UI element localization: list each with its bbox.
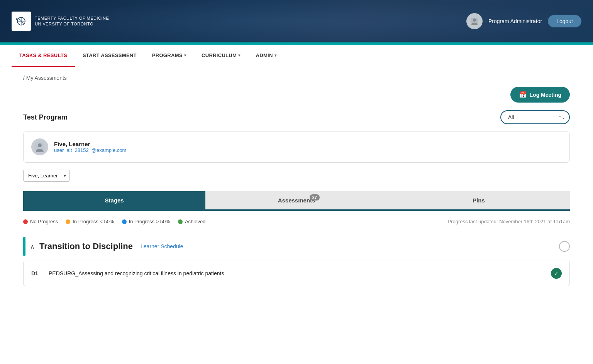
discipline-section: ∧ Transition to Discipline Learner Sched… [23,232,570,286]
admin-chevron: ▾ [274,53,276,57]
legend-achieved: Achieved [178,219,205,224]
svg-point-4 [473,19,476,22]
logout-button[interactable]: Logout [548,15,581,27]
learner-info: Five, Learner user_alt_28152_@example.co… [54,141,126,153]
filter-select-wrap[interactable]: All Active Inactive [500,110,570,124]
nav-item-admin[interactable]: ADMIN ▾ [248,45,284,67]
svg-point-6 [38,143,42,147]
learner-avatar [31,138,48,155]
progress-timestamp: Progress last updated: November 16th 202… [447,219,570,224]
university-name: TEMERTY FACULTY OF MEDICINEUNIVERSITY OF… [35,15,109,27]
in-progress-low-dot [66,219,70,224]
header: 🏛 TEMERTY FACULTY OF MEDICINEUNIVERSITY … [0,0,593,42]
discipline-header: ∧ Transition to Discipline Learner Sched… [23,232,570,261]
legend-in-progress-low: In Progress < 50% [66,219,114,224]
tab-assessments[interactable]: Assessments 27 [205,191,388,209]
discipline-progress-circle [559,241,570,252]
learner-email: user_alt_28152_@example.com [54,147,126,153]
nav-item-tasks[interactable]: TASKS & RESULTS [12,45,75,67]
task-check-icon: ✓ [551,268,562,279]
learner-filter-select[interactable]: Five, Learner [23,170,70,182]
filter-select[interactable]: All Active Inactive [500,110,570,124]
in-progress-high-dot [122,219,127,224]
achieved-dot [178,219,183,224]
discipline-color-bar [23,237,25,256]
breadcrumb-label: My Assessments [26,75,67,81]
user-name: Program Administrator [488,18,542,24]
learner-filter-wrap[interactable]: Five, Learner [23,170,70,182]
breadcrumb: / My Assessments [23,75,570,81]
legend-no-progress: No Progress [23,219,58,224]
tab-pins[interactable]: Pins [388,191,570,209]
program-header: Test Program All Active Inactive [23,110,570,124]
programs-chevron: ▾ [184,53,186,57]
no-progress-dot [23,219,28,224]
calendar-icon: 📅 [519,91,527,98]
learner-card: Five, Learner user_alt_28152_@example.co… [23,131,570,163]
log-meeting-button[interactable]: 📅 Log Meeting [510,87,570,103]
tabs: Stages Assessments 27 Pins [23,191,570,211]
navigation: TASKS & RESULTS START ASSESSMENT PROGRAM… [0,45,593,67]
log-meeting-area: 📅 Log Meeting [23,87,570,103]
curriculum-chevron: ▾ [238,53,240,57]
nav-item-programs[interactable]: PROGRAMS ▾ [144,45,194,67]
program-title: Test Program [23,113,68,121]
tab-stages[interactable]: Stages [23,191,205,209]
table-row: D1 PEDSURG_Assessing and recognizing cri… [23,261,570,286]
nav-item-start-assessment[interactable]: START ASSESSMENT [75,45,144,67]
task-code: D1 [31,270,43,276]
legend-in-progress-high: In Progress > 50% [122,219,170,224]
learner-name: Five, Learner [54,141,126,147]
legend: No Progress In Progress < 50% In Progres… [23,219,570,224]
main-content: / My Assessments 📅 Log Meeting Test Prog… [0,67,593,364]
discipline-title: Transition to Discipline [39,241,133,251]
university-logo: 🏛 [12,12,31,31]
discipline-collapse-toggle[interactable]: ∧ [30,243,35,250]
nav-item-curriculum[interactable]: CURRICULUM ▾ [194,45,248,67]
task-name: PEDSURG_Assessing and recognizing critic… [49,270,545,276]
learner-schedule-link[interactable]: Learner Schedule [141,243,183,249]
breadcrumb-separator: / [23,75,25,81]
avatar [466,13,483,29]
header-right: Program Administrator Logout [466,13,581,29]
logo-area: 🏛 TEMERTY FACULTY OF MEDICINEUNIVERSITY … [12,12,109,31]
assessments-badge: 27 [310,194,320,201]
